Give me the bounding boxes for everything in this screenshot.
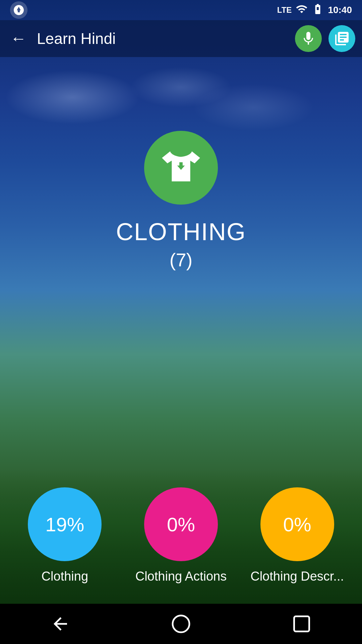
category-section: CLOTHING (7): [116, 131, 246, 271]
svg-point-0: [173, 615, 189, 632]
nav-home-button[interactable]: [164, 610, 198, 637]
square-recent-icon: [292, 614, 312, 634]
clothing-descriptions-percent: 0%: [283, 513, 311, 536]
microphone-icon: [300, 31, 316, 47]
toolbar-title: Learn Hindi: [37, 30, 295, 48]
signal-icon: [296, 3, 308, 17]
clothing-descriptions-progress-circle[interactable]: 0%: [260, 487, 334, 561]
triangle-back-icon: [50, 614, 70, 634]
progress-item-clothing-descriptions: 0% Clothing Descr...: [247, 487, 348, 584]
clothing-actions-progress-circle[interactable]: 0%: [144, 487, 218, 561]
back-button[interactable]: ←: [7, 27, 30, 50]
clothing-descriptions-label: Clothing Descr...: [250, 569, 344, 584]
clothing-label: Clothing: [42, 569, 88, 584]
clothing-progress-circle[interactable]: 19%: [28, 487, 102, 561]
back-arrow-icon: ←: [10, 31, 26, 47]
progress-item-clothing: 19% Clothing: [14, 487, 115, 584]
toolbar-actions: [295, 25, 355, 52]
battery-icon: [312, 3, 324, 17]
nav-recent-button[interactable]: [285, 610, 318, 637]
clothing-actions-label: Clothing Actions: [135, 569, 227, 584]
toolbar: ← Learn Hindi: [0, 20, 362, 57]
certificate-icon: [334, 31, 350, 47]
category-icon-circle[interactable]: [144, 131, 218, 205]
svg-rect-1: [294, 616, 309, 632]
progress-row: 19% Clothing 0% Clothing Actions 0% Clot…: [0, 487, 362, 584]
progress-item-clothing-actions: 0% Clothing Actions: [131, 487, 231, 584]
lte-indicator: LTE: [277, 5, 292, 15]
status-bar: LTE 10:40: [0, 0, 362, 20]
certificate-button[interactable]: [328, 25, 355, 52]
bottom-nav-bar: [0, 604, 362, 644]
status-right: LTE 10:40: [277, 3, 352, 17]
circle-home-icon: [171, 614, 191, 634]
tshirt-icon: [159, 146, 203, 190]
microphone-button[interactable]: [295, 25, 322, 52]
category-count: (7): [170, 249, 192, 271]
nav-back-button[interactable]: [44, 610, 77, 637]
hangouts-icon: [10, 1, 27, 19]
clothing-percent: 19%: [45, 513, 84, 536]
category-title: CLOTHING: [116, 218, 246, 246]
time-display: 10:40: [328, 5, 352, 15]
clothing-actions-percent: 0%: [167, 513, 195, 536]
